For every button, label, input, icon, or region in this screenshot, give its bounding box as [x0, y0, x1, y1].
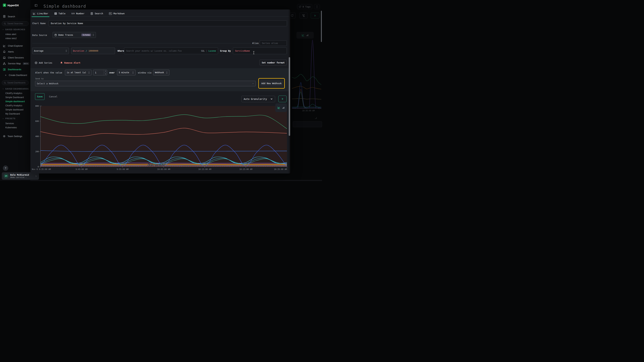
data-source-select[interactable]: Demo Traces Schema — [52, 32, 96, 38]
sidebar-item-chart-explorer[interactable]: Chart Explorer — [3, 43, 29, 49]
bar-chart-icon — [282, 107, 284, 109]
svg-text:800: 800 — [35, 105, 39, 107]
sidebar-item-dashboards[interactable]: Dashboards — [3, 66, 29, 72]
saved-dashboard-item[interactable]: ClickPy Analytics — [5, 103, 25, 108]
tab-search[interactable]: Search — [90, 10, 104, 17]
preset-item[interactable]: Services — [5, 121, 17, 125]
play-icon — [281, 98, 284, 100]
chart-name-input[interactable] — [49, 20, 287, 26]
granularity-select[interactable]: Auto Granularity — [241, 96, 275, 102]
alert-window-select[interactable]: 5 minute — [117, 70, 136, 75]
chevron-right-icon — [35, 175, 37, 177]
where-search-input[interactable]: Search your events w/ Lucene ex. column:… — [124, 47, 218, 54]
saved-dashboard-item[interactable]: Simple dashboard — [5, 99, 25, 103]
chart-display-toggle[interactable] — [275, 103, 287, 112]
table-icon — [54, 12, 57, 15]
preset-item[interactable]: Kubernetes — [5, 125, 17, 130]
sql-option[interactable]: SQL — [201, 50, 205, 52]
updown-icon — [92, 34, 94, 36]
webhook-select[interactable]: Select a Webhook — [35, 81, 256, 86]
laptop-icon — [3, 56, 6, 59]
sidebar-item-search[interactable]: Search — [3, 15, 15, 18]
tab-line-bar[interactable]: Line/Bar — [32, 10, 49, 17]
saved-dashboard-item[interactable]: Simple Dashboard — [5, 95, 25, 99]
more-menu-button[interactable] — [314, 4, 320, 9]
avatar: DM — [4, 174, 8, 179]
where-placeholder: Search your events w/ Lucene ex. column:… — [126, 50, 199, 52]
filter-icon — [302, 14, 305, 17]
stepper-down-icon[interactable] — [104, 73, 107, 75]
saved-dashboard-item[interactable]: My Dashboard — [5, 112, 25, 116]
aggregation-select[interactable]: Average — [32, 47, 69, 54]
remove-alert-button[interactable]: Remove Alert — [60, 61, 80, 64]
saved-searches-search[interactable] — [2, 21, 28, 26]
sidebar-item-team-settings[interactable]: Team Settings — [3, 135, 22, 138]
alert-threshold-input[interactable]: 1 — [93, 70, 107, 75]
tab-table[interactable]: Table — [54, 10, 66, 17]
duration-by-service-chart[interactable]: Alert Threshold0200400600800Nov 6 9:35:0… — [30, 105, 288, 172]
add-new-webhook-button[interactable]: Add New Webhook — [260, 80, 283, 87]
saved-dashboards-search[interactable] — [2, 80, 28, 85]
cancel-button[interactable]: Cancel — [49, 93, 58, 100]
schema-badge[interactable]: Schema — [82, 34, 91, 36]
stepper-up-icon[interactable] — [104, 70, 107, 73]
run-chart-button[interactable] — [278, 96, 286, 102]
database-icon — [54, 34, 57, 36]
tags-button[interactable]: 0 Tags — [297, 4, 312, 9]
svg-text:200: 200 — [35, 151, 39, 153]
modal-scrollbar-thumb[interactable] — [289, 57, 290, 136]
saved-search-item[interactable]: mikes alert — [5, 32, 17, 36]
window-via-label: window via — [138, 71, 151, 74]
sidebar: HyperDX Search SAVED SEARCHES mikes aler… — [0, 0, 30, 181]
sidebar-item-service-map[interactable]: Service MapBETA — [3, 61, 29, 66]
number-stepper[interactable] — [104, 70, 107, 75]
svg-text:10:35:00 AM: 10:35:00 AM — [274, 168, 287, 171]
add-series-button[interactable]: Add Series — [35, 61, 52, 64]
saved-dashboards-input[interactable] — [7, 81, 27, 84]
brand-logo[interactable]: HyperDX — [3, 3, 19, 7]
where-label: Where — [118, 49, 124, 52]
saved-dashboards-header[interactable]: SAVED DASHBOARDS — [2, 88, 30, 90]
alert-threshold-value: 1 — [95, 71, 104, 74]
series-alias-input[interactable] — [260, 40, 287, 46]
page-title[interactable]: Simple dashboard — [44, 4, 86, 8]
svg-text:10:15:00 AM: 10:15:00 AM — [198, 168, 211, 171]
help-button[interactable]: ? — [3, 166, 8, 171]
page-scrollbar[interactable] — [321, 11, 322, 42]
saved-search-item[interactable]: mikes tets2 — [5, 36, 17, 40]
saved-dashboard-item[interactable]: ClickPy Analytics — [5, 91, 25, 95]
sidebar-item-client-sessions[interactable]: Client Sessions — [3, 55, 29, 61]
group-by-input[interactable] — [233, 47, 287, 54]
play-icon — [314, 14, 316, 17]
saved-searches-input[interactable] — [7, 22, 27, 25]
lucene-option[interactable]: Lucene — [208, 50, 216, 52]
gear-icon — [3, 135, 6, 138]
saved-dashboard-item[interactable]: Simple dashboard — [5, 108, 25, 112]
run-query-button-background[interactable] — [311, 12, 320, 18]
alias-label: Alias — [252, 42, 259, 44]
num123-icon: 123 — [72, 12, 75, 14]
chevron-down-icon — [2, 88, 4, 90]
chart-name-label: Chart Name — [32, 22, 46, 25]
tree-icon — [3, 62, 6, 65]
presets-header[interactable]: PRESETS — [2, 118, 16, 120]
filter-button[interactable] — [300, 12, 308, 18]
line-chart-icon — [278, 106, 280, 109]
background-panel-input[interactable] — [293, 121, 322, 127]
saved-searches-header[interactable]: SAVED SEARCHES — [2, 29, 26, 30]
tab-number[interactable]: 123Number — [71, 10, 85, 17]
svg-text:10:35:00 AM: 10:35:00 AM — [302, 110, 315, 112]
field-expression-input[interactable]: Duration/1000000 — [71, 47, 115, 54]
create-dashboard-button[interactable]: Create Dashboard — [5, 74, 27, 76]
updown-icon — [88, 71, 90, 74]
save-button[interactable]: Save — [35, 93, 44, 100]
sidebar-item-alerts[interactable]: Alerts — [3, 49, 29, 55]
query-language-toggle[interactable]: SQL | Lucene — [201, 50, 216, 52]
tab-markdown[interactable]: M↓Markdown — [108, 10, 125, 17]
set-number-format-button[interactable]: Set number format — [260, 60, 287, 65]
chevron-down-icon — [252, 83, 254, 85]
alert-channel-select[interactable]: Webhook — [153, 70, 170, 75]
alert-condition-select[interactable]: is at least (≥) — [65, 70, 92, 75]
resize-handle-icon[interactable] — [315, 117, 317, 119]
sidebar-collapse-icon[interactable] — [34, 4, 38, 7]
